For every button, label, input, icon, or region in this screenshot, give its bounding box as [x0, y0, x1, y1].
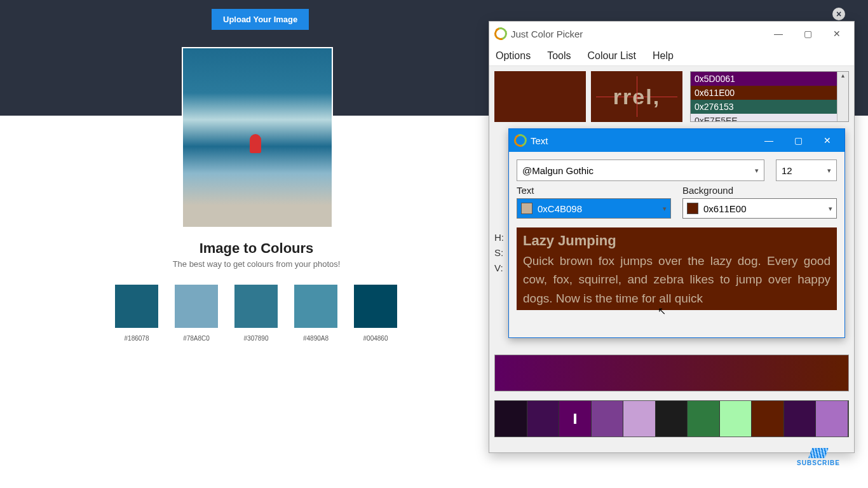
hsv-readout: H: S: V: [494, 230, 504, 276]
swatch[interactable]: #186078 [115, 285, 158, 342]
gradient-bar[interactable] [494, 355, 849, 391]
close-icon[interactable]: × [832, 8, 845, 20]
jcp-menubar: Options Tools Colour List Help [489, 46, 854, 66]
page-title: Image to Colours [0, 240, 513, 257]
swatch[interactable]: #78A8C0 [175, 285, 218, 342]
swatch-color [354, 285, 397, 328]
jcp-panels: rrel, 0x5D0061 0x611E00 0x276153 0xE7E5E… [489, 66, 854, 123]
minimize-button[interactable]: — [754, 131, 783, 150]
swatch-hex: #004860 [363, 335, 388, 342]
hsv-s: S: [494, 245, 504, 261]
font-size-value: 12 [782, 165, 792, 176]
harmony-swatch[interactable] [527, 401, 560, 437]
swatch[interactable]: #4890A8 [294, 285, 337, 342]
palette-swatches: #186078 #78A8C0 #307890 #4890A8 #004860 [115, 285, 397, 342]
chevron-down-icon: ▾ [829, 205, 832, 213]
chevron-down-icon: ▾ [755, 166, 759, 175]
swatch-hex: #78A8C0 [183, 335, 210, 342]
menu-colour-list[interactable]: Colour List [588, 50, 636, 62]
maximize-button[interactable]: ▢ [783, 131, 813, 150]
bg-color-chip [687, 203, 698, 214]
harmony-swatches [494, 400, 849, 437]
bg-color-label: Background [682, 185, 837, 196]
harmony-swatch[interactable] [495, 401, 527, 437]
swatch-color [234, 285, 278, 328]
color-list-row[interactable]: 0x611E00 [691, 86, 837, 100]
font-value: @Malgun Gothic [522, 165, 593, 176]
font-select[interactable]: @Malgun Gothic ▾ [517, 159, 764, 181]
bg-color-code: 0x611E00 [703, 203, 747, 214]
menu-tools[interactable]: Tools [547, 50, 571, 62]
sample-image [182, 47, 333, 228]
preview-body: Quick brown fox jumps over the lazy dog.… [523, 252, 831, 308]
harmony-swatch[interactable] [623, 401, 656, 437]
text-color-code: 0xC4B098 [538, 203, 582, 214]
font-size-select[interactable]: 12 ▾ [776, 159, 837, 181]
color-list-row[interactable]: 0xE7E5EE [691, 114, 837, 121]
harmony-swatch[interactable] [752, 401, 784, 437]
swatch-color [115, 285, 158, 328]
text-titlebar[interactable]: Text — ▢ ✕ [509, 129, 844, 152]
harmony-swatch[interactable] [784, 401, 817, 437]
swatch-hex: #307890 [244, 335, 269, 342]
color-list[interactable]: 0x5D0061 0x611E00 0x276153 0xE7E5EE [690, 71, 849, 122]
swatch-hex: #186078 [125, 335, 149, 342]
swatch-color [294, 285, 337, 328]
minimize-button[interactable]: — [764, 24, 793, 43]
jcp-logo-icon [514, 134, 527, 147]
menu-help[interactable]: Help [653, 50, 674, 62]
scrollbar[interactable] [837, 72, 848, 121]
hsv-h: H: [494, 230, 504, 245]
text-window-title: Text [531, 135, 754, 146]
text-preview-panel: Lazy Jumping Quick brown fox jumps over … [517, 227, 837, 310]
chevron-down-icon: ▾ [827, 166, 831, 175]
current-color-panel [494, 71, 586, 122]
swatch-color [175, 285, 218, 328]
menu-options[interactable]: Options [496, 50, 531, 62]
page-subtitle: The best way to get colours from your ph… [0, 259, 513, 269]
swatch[interactable]: #307890 [234, 285, 278, 342]
jcp-titlebar[interactable]: Just Color Picker — ▢ ✕ [489, 22, 854, 46]
close-button[interactable]: ✕ [813, 131, 842, 150]
text-color-label: Text [517, 185, 671, 196]
close-button[interactable]: ✕ [822, 24, 851, 43]
bg-color-select[interactable]: 0x611E00 ▾ [682, 198, 837, 219]
hsv-v: V: [494, 261, 504, 276]
zoom-sample-text: rrel, [613, 85, 660, 109]
harmony-swatch[interactable] [688, 401, 720, 437]
maximize-button[interactable]: ▢ [793, 24, 822, 43]
zoom-panel: rrel, [591, 71, 682, 122]
harmony-swatch[interactable] [559, 401, 592, 437]
harmony-swatch[interactable] [656, 401, 688, 437]
upload-image-button[interactable]: Upload Your Image [212, 9, 309, 30]
preview-heading: Lazy Jumping [523, 233, 831, 249]
harmony-swatch[interactable] [592, 401, 624, 437]
swatch-hex: #4890A8 [303, 335, 329, 342]
harmony-swatch[interactable] [816, 401, 848, 437]
color-list-row[interactable]: 0x5D0061 [691, 72, 837, 86]
jcp-logo-icon [494, 27, 507, 40]
swatch[interactable]: #004860 [354, 285, 397, 342]
text-preview-window: Text — ▢ ✕ @Malgun Gothic ▾ 12 ▾ Text 0x… [508, 128, 845, 338]
subscribe-watermark: SUBSCRIBE [797, 448, 840, 466]
color-list-row[interactable]: 0x276153 [691, 100, 837, 114]
jcp-title: Just Color Picker [511, 29, 764, 39]
text-color-select[interactable]: 0xC4B098 ▾ [517, 198, 671, 219]
text-color-chip [521, 203, 532, 214]
harmony-swatch[interactable] [720, 401, 752, 437]
chevron-down-icon: ▾ [663, 205, 667, 213]
